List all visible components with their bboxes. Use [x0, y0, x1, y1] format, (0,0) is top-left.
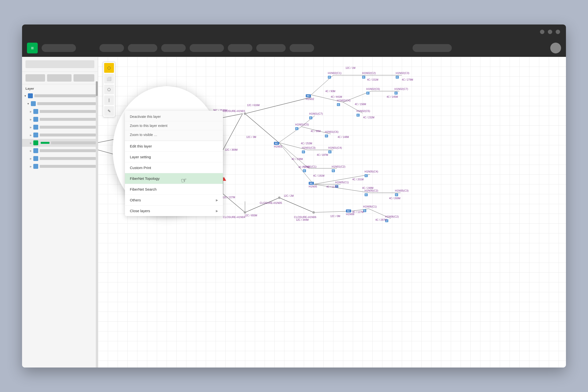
layer-text [40, 126, 96, 128]
map-area[interactable]: ⬡ ⬜ ⬠ | ✎ CLOSURE-H1N01 CLOSURE-H1N04 CL… [98, 57, 566, 368]
app-toolbar: ≡ [22, 39, 566, 57]
context-menu-backdrop: Deactivate this layer Zoom to this layer… [98, 57, 566, 368]
layer-icon [33, 156, 38, 161]
menu-item-zoom-visible[interactable]: Zoom to visible … [125, 130, 223, 139]
layer-icon [33, 117, 38, 122]
layer-list: ▼ ▼ ▶ ▶ [22, 92, 98, 368]
sidebar-buttons [22, 72, 98, 84]
menu-item-label: FiberNet Topology [130, 176, 160, 180]
sidebar-btn-2[interactable] [47, 74, 72, 82]
layer-text [40, 118, 96, 121]
toolbar-pill-9 [412, 44, 452, 52]
title-bar [22, 24, 566, 39]
sidebar-btn-1[interactable] [26, 74, 45, 82]
layer-icon [33, 132, 38, 138]
list-item[interactable]: ▶ [22, 116, 98, 123]
menu-item-label: Others [130, 198, 141, 202]
active-layer-item[interactable]: ▶ [22, 139, 98, 147]
menu-item-label: Zoom to this layer extent [130, 124, 167, 128]
menu-item-label: Layer setting [130, 155, 151, 159]
layer-text [40, 157, 96, 160]
list-item[interactable]: ▶ [22, 147, 98, 154]
sidebar-scrollbar[interactable] [96, 81, 98, 368]
layer-text [40, 165, 96, 168]
menu-item-fibernet-search[interactable]: FiberNet Search [125, 184, 223, 195]
layer-text [34, 94, 96, 97]
sidebar-search-area [22, 57, 98, 72]
toolbar-pill-5 [190, 44, 224, 52]
sidebar-btn-3[interactable] [74, 74, 94, 82]
menu-item-custom-print[interactable]: Custom Print [125, 162, 223, 173]
window-dot-1 [540, 30, 544, 34]
menu-item-close-layers[interactable]: Close layers ▶ [125, 206, 223, 216]
menu-item-label: Custom Print [130, 166, 151, 170]
submenu-arrow: ▶ [216, 209, 218, 213]
layer-icon [31, 101, 36, 106]
window-dot-2 [548, 30, 552, 34]
layer-green-bar [41, 142, 50, 144]
toolbar-pill-3 [128, 44, 157, 52]
layer-icon-active [33, 140, 38, 145]
layer-panel-label: Layer [22, 84, 98, 92]
scrollbar-thumb[interactable] [96, 81, 98, 96]
user-avatar[interactable] [550, 43, 561, 54]
layer-text [40, 149, 96, 152]
list-item[interactable]: ▼ [22, 92, 98, 100]
menu-item-zoom-extent[interactable]: Zoom to this layer extent [125, 121, 223, 130]
toolbar-pill-6 [228, 44, 252, 52]
submenu-arrow: ▶ [216, 198, 218, 202]
layer-text [51, 141, 96, 144]
browser-window: ≡ Layer ▼ [22, 24, 566, 368]
menu-item-others[interactable]: Others ▶ [125, 195, 223, 206]
toolbar-pill-2 [100, 44, 124, 52]
layer-icon [33, 125, 38, 130]
layer-icon [28, 93, 33, 98]
window-dot-3 [556, 30, 560, 34]
context-menu[interactable]: Deactivate this layer Zoom to this layer… [125, 111, 223, 216]
toolbar-pill-1 [42, 44, 76, 52]
layer-icon [33, 164, 38, 169]
menu-item-fibernet-topology[interactable]: FiberNet Topology [125, 173, 223, 184]
layer-text [40, 134, 96, 136]
menu-item-label: FiberNet Search [130, 187, 156, 191]
context-menu-top-section: Deactivate this layer Zoom to this layer… [125, 111, 223, 141]
sidebar-search-bar [26, 60, 94, 68]
list-item[interactable]: ▶ [22, 162, 98, 170]
list-item[interactable]: ▼ [22, 100, 98, 108]
list-item[interactable]: ▶ [22, 131, 98, 139]
list-item[interactable]: ▶ [22, 123, 98, 131]
menu-item-layer-setting[interactable]: Layer setting [125, 152, 223, 162]
menu-item-edit[interactable]: Edit this layer [125, 141, 223, 152]
menu-item-label: Zoom to visible … [130, 133, 157, 137]
menu-item-deactivate[interactable]: Deactivate this layer [125, 112, 223, 121]
app-icon[interactable]: ≡ [27, 43, 38, 54]
menu-item-label: Edit this layer [130, 144, 152, 148]
sidebar: Layer ▼ ▼ ▶ [22, 57, 98, 368]
toolbar-pill-4 [161, 44, 186, 52]
toolbar-pill-7 [256, 44, 286, 52]
toolbar-pill-8 [290, 44, 314, 52]
layer-text [37, 102, 96, 105]
layer-text [40, 110, 96, 113]
menu-item-label: Deactivate this layer [130, 115, 161, 118]
list-item[interactable]: ▶ [22, 154, 98, 162]
menu-item-label: Close layers [130, 209, 150, 213]
list-item[interactable]: ▶ [22, 108, 98, 116]
layer-icon [33, 148, 38, 153]
layer-icon [33, 109, 38, 114]
app-body: Layer ▼ ▼ ▶ [22, 57, 566, 368]
